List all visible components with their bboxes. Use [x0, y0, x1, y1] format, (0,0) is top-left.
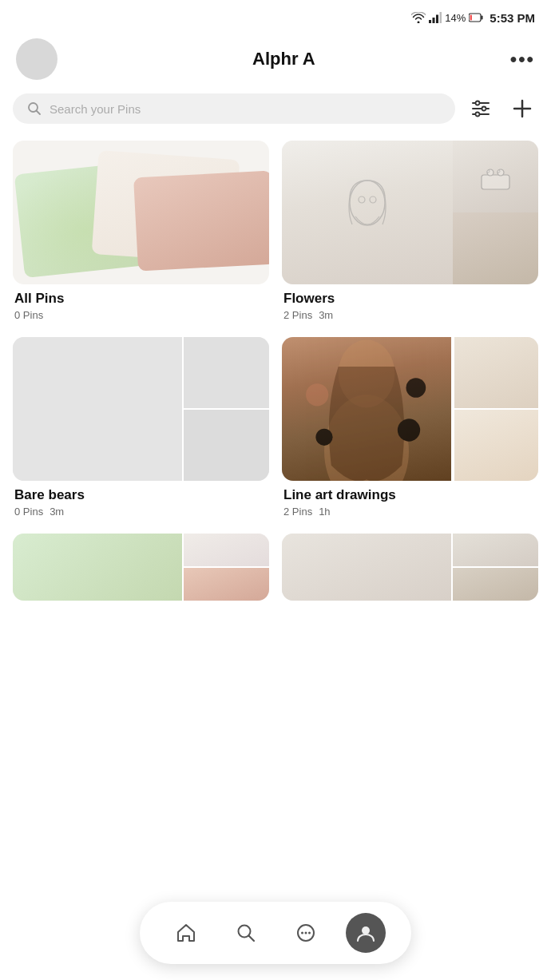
board-thumbnail-bare-bears — [13, 337, 269, 481]
svg-point-19 — [370, 196, 376, 203]
board-thumbnail-flowers — [282, 141, 538, 284]
svg-point-29 — [315, 429, 332, 446]
search-placeholder: Search your Pins — [50, 102, 141, 116]
svg-point-35 — [304, 932, 307, 934]
avatar[interactable] — [16, 38, 57, 80]
svg-line-8 — [37, 111, 41, 115]
status-icons: 14% 5:53 PM — [411, 11, 535, 25]
battery-icon — [469, 13, 483, 22]
svg-point-24 — [497, 170, 500, 173]
lineart-sub-img-2 — [453, 409, 538, 481]
nav-search[interactable] — [226, 913, 266, 953]
search-bar[interactable]: Search your Pins — [13, 93, 455, 124]
search-icon — [27, 101, 42, 116]
svg-point-27 — [306, 383, 328, 406]
board-card-line-art[interactable]: Line art drawings 2 Pins 1h — [282, 337, 538, 521]
pin-count: 2 Pins — [283, 309, 312, 321]
add-button[interactable] — [506, 93, 538, 125]
signal-icon — [429, 12, 442, 23]
filter-button[interactable] — [465, 93, 497, 125]
board-thumbnail-all-pins — [13, 141, 269, 284]
svg-point-14 — [476, 113, 480, 117]
flowers-sub-img-2 — [453, 212, 538, 284]
nav-home[interactable] — [166, 913, 206, 953]
wifi-icon — [411, 12, 426, 23]
page-title: Alphr A — [252, 49, 315, 69]
svg-point-30 — [398, 419, 420, 441]
board-name: Bare bears — [14, 487, 268, 503]
pin-count: 0 Pins — [14, 309, 43, 321]
board-card-flowers[interactable]: Flowers 2 Pins 3m — [282, 141, 538, 324]
nav-profile[interactable] — [346, 913, 386, 953]
bottom-nav — [140, 902, 411, 964]
board-meta: 2 Pins 1h — [283, 506, 537, 518]
svg-point-23 — [487, 170, 490, 173]
board-name: All Pins — [14, 291, 268, 307]
board-info-bare-bears: Bare bears 0 Pins 3m — [13, 481, 269, 521]
board-card-all-pins[interactable]: All Pins 0 Pins — [13, 141, 269, 324]
board-info-all-pins: All Pins 0 Pins — [13, 284, 269, 324]
board-meta: 0 Pins — [14, 309, 268, 321]
svg-rect-0 — [429, 20, 431, 23]
time-label: 5:53 PM — [490, 11, 535, 25]
svg-rect-1 — [433, 18, 435, 23]
svg-point-13 — [482, 107, 486, 111]
svg-point-17 — [350, 181, 385, 225]
board-info-line-art: Line art drawings 2 Pins 1h — [282, 481, 538, 521]
lineart-sub-img-1 — [453, 337, 538, 409]
board-name: Line art drawings — [283, 487, 537, 503]
board-name: Flowers — [283, 291, 537, 307]
boards-grid: All Pins 0 Pins — [0, 141, 551, 521]
partial-thumb-1[interactable] — [13, 534, 269, 601]
header: Alphr A ••• — [0, 32, 551, 93]
board-info-flowers: Flowers 2 Pins 3m — [282, 284, 538, 324]
svg-rect-3 — [440, 12, 442, 23]
partial-thumb-2[interactable] — [282, 534, 538, 601]
status-bar: 14% 5:53 PM — [0, 0, 551, 32]
board-meta: 2 Pins 3m — [283, 309, 537, 321]
svg-rect-6 — [470, 15, 473, 21]
battery-label: 14% — [445, 12, 466, 24]
svg-line-32 — [248, 936, 254, 942]
lineart-main-img — [282, 337, 453, 481]
bare-main-img — [13, 337, 184, 481]
svg-point-34 — [301, 932, 303, 934]
pin-count: 2 Pins — [283, 506, 312, 518]
board-time: 1h — [319, 506, 330, 518]
svg-point-12 — [476, 101, 480, 105]
svg-rect-20 — [482, 175, 509, 189]
bare-sub-img-2 — [184, 409, 269, 481]
svg-rect-5 — [482, 16, 483, 20]
board-time: 3m — [50, 506, 64, 518]
board-thumbnail-line-art — [282, 337, 538, 481]
board-time: 3m — [319, 309, 333, 321]
svg-point-28 — [406, 378, 426, 398]
flowers-sub-img-1 — [453, 141, 538, 212]
svg-point-18 — [359, 196, 365, 203]
flowers-main-img — [282, 141, 453, 284]
nav-messages[interactable] — [286, 913, 326, 953]
more-button[interactable]: ••• — [510, 48, 535, 70]
board-card-bare-bears[interactable]: Bare bears 0 Pins 3m — [13, 337, 269, 521]
svg-rect-2 — [436, 15, 438, 24]
boards-partial-row — [0, 521, 551, 601]
search-row: Search your Pins — [0, 93, 551, 141]
board-meta: 0 Pins 3m — [14, 506, 268, 518]
svg-point-36 — [308, 932, 311, 934]
pin-count: 0 Pins — [14, 506, 43, 518]
svg-point-37 — [362, 926, 370, 934]
bare-sub-img-1 — [184, 337, 269, 409]
